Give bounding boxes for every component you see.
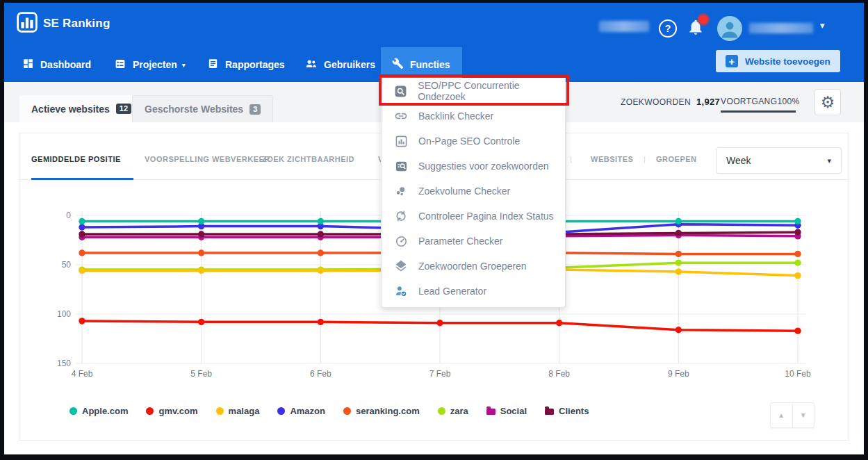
data-point-Clients[interactable]	[79, 231, 85, 237]
chart-tab-average-position[interactable]: GEMIDDELDE POSITIE	[31, 155, 121, 163]
menu-item-page-index-status[interactable]: Controleer Pagina Index Status	[382, 204, 565, 229]
data-point-zara[interactable]	[675, 259, 682, 265]
data-point-malaga[interactable]	[198, 268, 204, 274]
data-point-Clients[interactable]	[675, 230, 682, 236]
data-point-malaga[interactable]	[79, 268, 85, 274]
settings-gear-icon[interactable]: ⚙	[814, 89, 841, 115]
nav-dashboard[interactable]: Dashboard	[11, 47, 102, 82]
legend-pager: ▲ ▼	[770, 402, 814, 428]
menu-item-search-volume[interactable]: Zoekvolume Checker	[382, 179, 565, 204]
y-tick-label: 0	[66, 211, 71, 220]
progress-stat: VOORTGANG 100%	[721, 97, 796, 113]
menu-item-parameter-checker[interactable]: Parameter Checker	[382, 229, 565, 254]
pager-down-button[interactable]: ▼	[793, 403, 814, 427]
select-caret-icon: ▾	[827, 156, 831, 165]
x-tick-label: 9 Feb	[668, 369, 689, 379]
data-point-gmv.com[interactable]	[198, 319, 204, 325]
window-border-top	[0, 0, 868, 3]
x-tick-label: 5 Feb	[190, 369, 212, 379]
legend-item-Social[interactable]: Social	[486, 406, 527, 416]
add-website-button[interactable]: + Website toevoegen	[716, 50, 840, 72]
seo-ppc-search-icon	[394, 84, 407, 98]
x-tick-label: 10 Feb	[785, 369, 811, 379]
menu-item-backlink-checker[interactable]: Backlink Checker	[382, 104, 565, 129]
legend-item-Amazon[interactable]: Amazon	[277, 406, 325, 416]
progress-value: 100%	[777, 97, 799, 106]
chart-tab-groups[interactable]: GROEPEN	[656, 155, 697, 163]
data-point-malaga[interactable]	[794, 272, 801, 279]
menu-item-keyword-grouping[interactable]: Zoekwoorden Groeperen	[382, 254, 565, 279]
menu-item-seo-ppc-research[interactable]: SEO/PPC Concurrentie Onderzoek	[382, 79, 565, 104]
brand-name: SE Ranking	[43, 17, 110, 31]
data-point-zara[interactable]	[794, 259, 801, 265]
user-menu-caret-icon[interactable]: ▾	[820, 20, 825, 31]
menu-item-onpage-seo[interactable]: On-Page SEO Controle	[382, 129, 565, 154]
data-point-gmv.com[interactable]	[436, 320, 443, 326]
data-point-gmv.com[interactable]	[794, 327, 801, 334]
data-point-Apple.com[interactable]	[198, 218, 204, 224]
data-point-gmv.com[interactable]	[318, 319, 324, 325]
active-count-badge: 12	[116, 104, 131, 114]
nav-gebruikers[interactable]: Gebruikers	[293, 47, 386, 82]
data-point-Apple.com[interactable]	[675, 218, 682, 224]
dot-icon	[216, 407, 224, 415]
x-tick-label: 8 Feb	[548, 369, 570, 379]
data-point-Clients[interactable]	[318, 231, 324, 237]
help-icon[interactable]: ?	[659, 19, 677, 38]
keywords-stat: ZOEKWOORDEN 1,927	[621, 97, 720, 107]
chart-tab-search-visibility[interactable]: ZOEK ZICHTBAARHEID	[262, 155, 354, 163]
legend-label: Clients	[559, 406, 589, 416]
menu-item-keyword-suggestions[interactable]: Suggesties voor zoekwoorden	[382, 154, 565, 179]
data-point-malaga[interactable]	[318, 268, 324, 274]
period-select[interactable]: Week ▾	[716, 147, 842, 174]
tab-active-websites[interactable]: Actieve websites 12	[19, 95, 143, 122]
data-point-seranking.com[interactable]	[318, 249, 324, 256]
data-point-malaga[interactable]	[675, 268, 682, 274]
data-point-Apple.com[interactable]	[79, 218, 85, 224]
data-point-gmv.com[interactable]	[675, 327, 682, 333]
data-point-Clients[interactable]	[198, 231, 204, 237]
tab-suspended-websites[interactable]: Geschorste Websites 3	[132, 95, 273, 122]
redacted-user-name	[749, 23, 813, 33]
data-point-Apple.com[interactable]	[794, 218, 801, 224]
data-point-Apple.com[interactable]	[318, 218, 324, 224]
legend-item-seranking.com[interactable]: seranking.com	[343, 406, 420, 416]
nav-rapportages[interactable]: Rapportages	[196, 47, 296, 82]
nav-functies[interactable]: Functies	[381, 47, 462, 82]
legend-item-zara[interactable]: zara	[438, 406, 468, 416]
menu-item-lead-generator[interactable]: Lead Generator	[382, 279, 565, 304]
window-border-bottom	[0, 454, 868, 460]
nav-projecten[interactable]: Projecten ▾	[103, 47, 197, 82]
data-point-seranking.com[interactable]	[79, 249, 85, 256]
users-icon	[304, 57, 318, 72]
avatar[interactable]	[717, 16, 742, 41]
legend-item-Clients[interactable]: Clients	[545, 406, 589, 416]
volume-dots-icon	[394, 184, 408, 198]
chart-tab-websites[interactable]: WEBSITES	[591, 155, 633, 163]
data-point-Clients[interactable]	[794, 229, 801, 235]
x-tick-label: 4 Feb	[72, 369, 93, 379]
legend-item-Apple.com[interactable]: Apple.com	[69, 406, 128, 416]
data-point-seranking.com[interactable]	[675, 251, 682, 257]
lead-person-check-icon	[394, 284, 408, 298]
pager-up-button[interactable]: ▲	[771, 403, 793, 427]
onpage-barchart-icon	[394, 134, 408, 148]
chart-tab-traffic-forecast[interactable]: VOORSPELLING WEBVERKEER	[145, 155, 270, 163]
dot-icon	[277, 407, 285, 415]
legend: Apple.comgmv.commalagaAmazonseranking.co…	[69, 403, 589, 418]
data-point-gmv.com[interactable]	[79, 318, 85, 324]
suspended-count-badge: 3	[249, 104, 261, 115]
data-point-seranking.com[interactable]	[794, 251, 801, 257]
dot-icon	[146, 407, 154, 415]
data-point-seranking.com[interactable]	[198, 249, 204, 256]
data-point-Amazon[interactable]	[79, 224, 85, 230]
backlink-chain-icon	[394, 109, 408, 123]
legend-item-gmv.com[interactable]: gmv.com	[146, 406, 197, 416]
data-point-gmv.com[interactable]	[556, 320, 562, 326]
separator: |	[644, 155, 646, 163]
legend-item-malaga[interactable]: malaga	[216, 406, 260, 416]
legend-label: zara	[450, 406, 468, 416]
plus-icon: +	[726, 55, 738, 67]
dot-icon	[343, 407, 351, 415]
index-refresh-icon	[394, 209, 408, 223]
